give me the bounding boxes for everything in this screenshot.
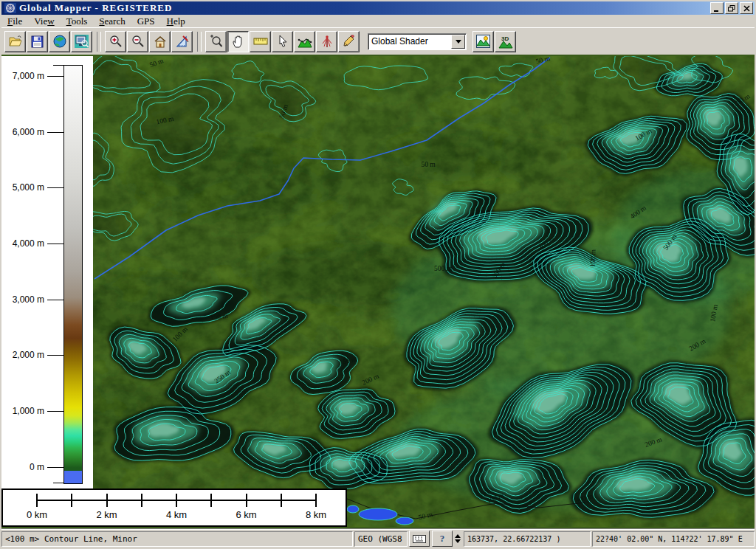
digitizer-tool-button[interactable] bbox=[338, 31, 360, 52]
map-client-area: 50 m50 m100 m50 m50 m500 m350 m400 m100 … bbox=[1, 55, 755, 528]
zoom-spinner[interactable] bbox=[455, 531, 461, 546]
scale-ruler-icon bbox=[176, 35, 189, 48]
contour-label: 150 m bbox=[210, 312, 228, 321]
dms-coords-pane: 22?40' 02.00" N, 114?22' 17.89" E bbox=[592, 531, 755, 547]
menu-tools[interactable]: Tools bbox=[61, 15, 94, 28]
antenna-icon bbox=[321, 35, 333, 48]
pointer-tool-button[interactable] bbox=[272, 31, 293, 52]
scale-tick bbox=[210, 494, 212, 507]
magnifier-tool-icon bbox=[210, 35, 223, 48]
native-coords-text: 163737, 22.66722137 ) bbox=[467, 535, 560, 543]
hand-pan-icon bbox=[233, 35, 244, 48]
scale-tick bbox=[281, 494, 282, 507]
measure-tool-button[interactable] bbox=[250, 31, 271, 52]
path-profile-icon bbox=[298, 35, 312, 48]
open-file-button[interactable] bbox=[4, 31, 26, 52]
keyboard-button[interactable] bbox=[409, 531, 430, 547]
status-bar: <100 m> Contour Line, Minor GEO (WGS8 ? … bbox=[1, 528, 755, 548]
restore-button[interactable] bbox=[725, 2, 738, 14]
shader-dropdown[interactable]: Global Shader bbox=[368, 33, 467, 50]
legend-tick-label: 0 m bbox=[3, 462, 44, 472]
scale-tick bbox=[106, 494, 108, 507]
map-canvas[interactable]: 50 m50 m100 m50 m50 m500 m350 m400 m100 … bbox=[93, 56, 755, 527]
menu-bar: File View Tools Search GPS Help bbox=[1, 15, 755, 27]
menu-gps[interactable]: GPS bbox=[131, 15, 161, 28]
zoom-in-icon bbox=[109, 35, 123, 48]
svg-text:3D: 3D bbox=[501, 35, 509, 42]
menu-help[interactable]: Help bbox=[161, 15, 191, 28]
menu-file[interactable]: File bbox=[1, 15, 28, 28]
pencil-icon bbox=[343, 35, 355, 48]
shader-dropdown-value: Global Shader bbox=[368, 36, 451, 46]
minimize-icon bbox=[713, 5, 721, 12]
scale-tick bbox=[246, 494, 247, 507]
scale-label: 4 km bbox=[166, 509, 187, 520]
scale-tick bbox=[176, 494, 177, 507]
keyboard-icon bbox=[413, 535, 426, 543]
contour-label: 50 m bbox=[421, 161, 436, 168]
legend-tick bbox=[47, 411, 63, 412]
overlay-control-center-button[interactable] bbox=[71, 31, 92, 52]
scale-tick bbox=[141, 494, 142, 507]
toolbar-separator bbox=[197, 32, 202, 52]
legend-tick-label: 1,000 m bbox=[3, 406, 44, 416]
save-button[interactable] bbox=[27, 31, 48, 52]
legend-tick-label: 2,000 m bbox=[3, 350, 44, 360]
elevation-gradient-bar bbox=[63, 65, 83, 484]
minimize-button[interactable] bbox=[710, 2, 724, 14]
path-profile-tool-button[interactable] bbox=[294, 31, 315, 52]
scale-label: 6 km bbox=[236, 509, 256, 520]
zoom-out-button[interactable] bbox=[127, 31, 148, 52]
legend-tick bbox=[47, 467, 63, 468]
menu-search[interactable]: Search bbox=[93, 15, 131, 28]
toolbar: Global Shader 3D bbox=[1, 27, 755, 55]
zoom-tool-button[interactable] bbox=[205, 31, 227, 52]
feature-status-pane: <100 m> Contour Line, Minor bbox=[1, 531, 353, 547]
lake bbox=[396, 517, 413, 525]
control-center-icon bbox=[75, 35, 89, 48]
3d-view-button[interactable]: 3D bbox=[495, 31, 516, 52]
scale-label: 8 km bbox=[306, 509, 326, 520]
lake bbox=[347, 505, 359, 513]
arrow-pointer-icon bbox=[278, 35, 288, 48]
image-options-icon bbox=[476, 35, 490, 48]
scale-tick bbox=[71, 494, 72, 507]
full-view-button[interactable] bbox=[149, 31, 171, 52]
zoom-to-scale-button[interactable] bbox=[171, 31, 193, 52]
app-icon bbox=[4, 3, 16, 13]
help-icon: ? bbox=[440, 533, 445, 545]
window-title: Global Mapper - REGISTERED bbox=[19, 2, 172, 14]
legend-tick bbox=[47, 76, 63, 77]
legend-tick-label: 7,000 m bbox=[3, 71, 44, 81]
3d-view-icon: 3D bbox=[498, 35, 513, 49]
lake bbox=[359, 508, 397, 520]
scale-tick bbox=[315, 494, 317, 507]
scale-label: 2 km bbox=[96, 509, 117, 520]
legend-tick-label: 4,000 m bbox=[3, 238, 44, 249]
contour-label: 100 m bbox=[589, 249, 597, 267]
scale-tick bbox=[36, 494, 38, 507]
world-data-button[interactable] bbox=[49, 31, 70, 52]
pan-tool-button[interactable] bbox=[227, 31, 249, 52]
scale-label: 0 km bbox=[27, 509, 47, 520]
feature-status-text: <100 m> Contour Line, Minor bbox=[5, 534, 137, 544]
legend-tick bbox=[47, 300, 63, 300]
globe-icon bbox=[53, 35, 66, 48]
legend-tick-label: 3,000 m bbox=[3, 294, 44, 305]
title-bar: Global Mapper - REGISTERED bbox=[1, 1, 755, 15]
legend-tick bbox=[47, 187, 63, 188]
legend-tick-label: 6,000 m bbox=[3, 127, 44, 137]
legend-tick bbox=[53, 483, 63, 483]
legend-tick-label: 5,000 m bbox=[3, 182, 44, 193]
close-icon bbox=[743, 5, 750, 12]
help-button[interactable]: ? bbox=[432, 531, 453, 547]
menu-view[interactable]: View bbox=[28, 15, 60, 28]
raster-options-button[interactable] bbox=[472, 31, 494, 52]
dropdown-arrow-icon[interactable] bbox=[451, 35, 465, 49]
native-coords-pane: 163737, 22.66722137 ) bbox=[464, 531, 591, 547]
zoom-in-button[interactable] bbox=[105, 31, 126, 52]
projection-text: GEO (WGS8 bbox=[358, 534, 402, 544]
close-button[interactable] bbox=[740, 2, 753, 14]
view-shed-tool-button[interactable] bbox=[316, 31, 337, 52]
home-icon bbox=[154, 35, 167, 48]
